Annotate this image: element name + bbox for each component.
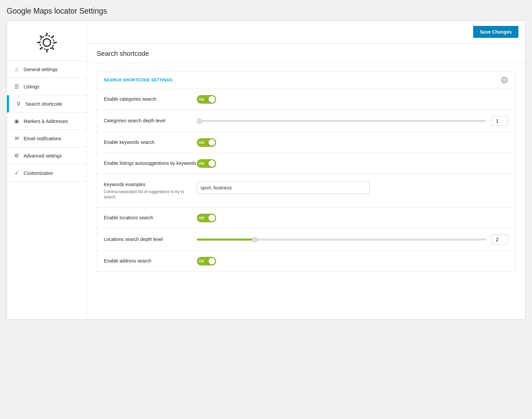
setting-row-keywords-examples: Keywords examples Comma-separated list o… <box>97 174 515 208</box>
settings-box-title: SEARCH SHORTCODE SETTINGS <box>104 78 173 82</box>
slider-value-categories[interactable] <box>491 116 508 126</box>
toggle-on-label: ON <box>199 162 204 165</box>
slider-wrapper-locations <box>197 235 508 245</box>
sidebar-item-label: Markers & Addresses <box>24 119 68 124</box>
sidebar-item-label: Email notifications <box>24 136 61 141</box>
sidebar-item-advanced[interactable]: ⚙ Advanced settings <box>7 147 86 164</box>
setting-row-categories-depth: Categories search depth level <box>97 110 515 132</box>
slider-value-locations[interactable] <box>491 235 508 245</box>
setting-row-enable-keywords: Enable keywords search ON <box>97 132 515 153</box>
check-icon: ✓ <box>14 170 20 176</box>
search-icon: ⚲ <box>16 101 22 107</box>
sidebar-item-listings[interactable]: ☰ Listings <box>7 78 86 95</box>
setting-label-enable-address: Enable address search <box>104 258 197 264</box>
save-button[interactable]: Save Changes <box>473 26 518 38</box>
slider-track-locations[interactable] <box>197 239 486 241</box>
setting-control-enable-categories: ON <box>197 95 508 104</box>
setting-label-categories-depth: Categories search depth level <box>104 118 197 124</box>
toggle-track: ON <box>197 159 216 168</box>
toggle-enable-autosuggestions[interactable]: ON <box>197 159 216 168</box>
sidebar-nav: ⌂ General settings ☰ Listings ⚲ Search s… <box>7 61 86 182</box>
setting-control-enable-locations: ON <box>197 214 508 222</box>
setting-label-enable-categories: Enable categories search <box>104 96 197 103</box>
setting-label-enable-autosuggestions: Enable listings autosuggestions by keywo… <box>104 160 197 167</box>
settings-box: SEARCH SHORTCODE SETTINGS ? Enable categ… <box>97 71 515 272</box>
sidebar-item-markers[interactable]: ◉ Markers & Addresses <box>7 113 86 130</box>
setting-row-enable-address: Enable address search ON <box>97 251 515 271</box>
toggle-knob <box>208 96 215 103</box>
content-area: Save Changes Search shortcode SEARCH SHO… <box>87 21 525 319</box>
sidebar-item-customization[interactable]: ✓ Customization <box>7 164 86 182</box>
setting-control-locations-depth <box>197 235 508 245</box>
setting-label-locations-depth: Locations search depth level <box>104 236 197 243</box>
content-header: Save Changes <box>87 21 525 43</box>
setting-row-enable-autosuggestions: Enable listings autosuggestions by keywo… <box>97 153 515 174</box>
toggle-track: ON <box>197 257 216 265</box>
toggle-enable-keywords[interactable]: ON <box>197 138 216 147</box>
sidebar-item-label: Customization <box>24 170 53 176</box>
sidebar-logo <box>7 21 86 61</box>
setting-control-enable-address: ON <box>197 257 508 265</box>
sidebar-item-label: Advanced settings <box>24 153 62 158</box>
sidebar-item-label: Search shortcode <box>26 101 62 107</box>
toggle-on-label: ON <box>199 98 204 101</box>
gear-small-icon: ⚙ <box>14 153 20 159</box>
svg-point-0 <box>43 39 50 46</box>
main-container: ⌂ General settings ☰ Listings ⚲ Search s… <box>7 21 525 320</box>
sidebar-item-search-shortcode[interactable]: ⚲ Search shortcode <box>7 95 86 113</box>
slider-wrapper-categories <box>197 116 508 126</box>
toggle-knob <box>208 215 215 221</box>
setting-label-keywords-examples: Keywords examples Comma-separated list o… <box>104 181 197 200</box>
setting-control-enable-keywords: ON <box>197 138 508 147</box>
slider-fill-locations <box>197 239 255 241</box>
toggle-track: ON <box>197 95 216 104</box>
slider-thumb-locations[interactable] <box>252 237 257 242</box>
envelope-icon: ✉ <box>14 135 20 142</box>
keywords-examples-input[interactable] <box>197 181 370 194</box>
section-title: Search shortcode <box>87 43 525 63</box>
toggle-enable-categories[interactable]: ON <box>197 95 216 104</box>
setting-row-locations-depth: Locations search depth level <box>97 229 515 251</box>
toggle-on-label: ON <box>199 260 204 263</box>
sidebar-item-label: Listings <box>24 84 39 89</box>
slider-thumb-categories[interactable] <box>197 118 202 124</box>
setting-label-enable-locations: Enable locations search <box>104 215 197 221</box>
toggle-on-label: ON <box>199 141 204 145</box>
setting-control-keywords-examples <box>197 181 508 194</box>
sidebar: ⌂ General settings ☰ Listings ⚲ Search s… <box>7 21 87 319</box>
gear-icon <box>35 31 59 54</box>
setting-sublabel: Comma-separated list of suggestions to t… <box>104 189 197 200</box>
settings-box-header: SEARCH SHORTCODE SETTINGS ? <box>97 71 515 89</box>
page-title: Google Maps locator Settings <box>0 0 532 21</box>
list-icon: ☰ <box>14 83 20 90</box>
sidebar-item-email[interactable]: ✉ Email notifications <box>7 130 86 147</box>
help-icon[interactable]: ? <box>501 76 508 84</box>
setting-control-enable-autosuggestions: ON <box>197 159 508 168</box>
toggle-track: ON <box>197 214 216 222</box>
slider-track-categories[interactable] <box>197 120 486 122</box>
setting-control-categories-depth <box>197 116 508 126</box>
toggle-enable-address[interactable]: ON <box>197 257 216 265</box>
setting-label-text: Keywords examples <box>104 182 145 187</box>
toggle-track: ON <box>197 138 216 147</box>
sidebar-item-label: General settings <box>24 67 58 72</box>
pin-icon: ◉ <box>14 118 20 124</box>
sidebar-item-general[interactable]: ⌂ General settings <box>7 61 86 78</box>
toggle-on-label: ON <box>199 216 204 220</box>
toggle-knob <box>208 139 215 146</box>
toggle-knob <box>208 160 215 167</box>
setting-row-enable-categories: Enable categories search ON <box>97 89 515 110</box>
setting-label-enable-keywords: Enable keywords search <box>104 139 197 146</box>
toggle-enable-locations[interactable]: ON <box>197 214 216 222</box>
toggle-knob <box>208 258 215 264</box>
home-icon: ⌂ <box>14 66 20 72</box>
setting-row-enable-locations: Enable locations search ON <box>97 208 515 229</box>
